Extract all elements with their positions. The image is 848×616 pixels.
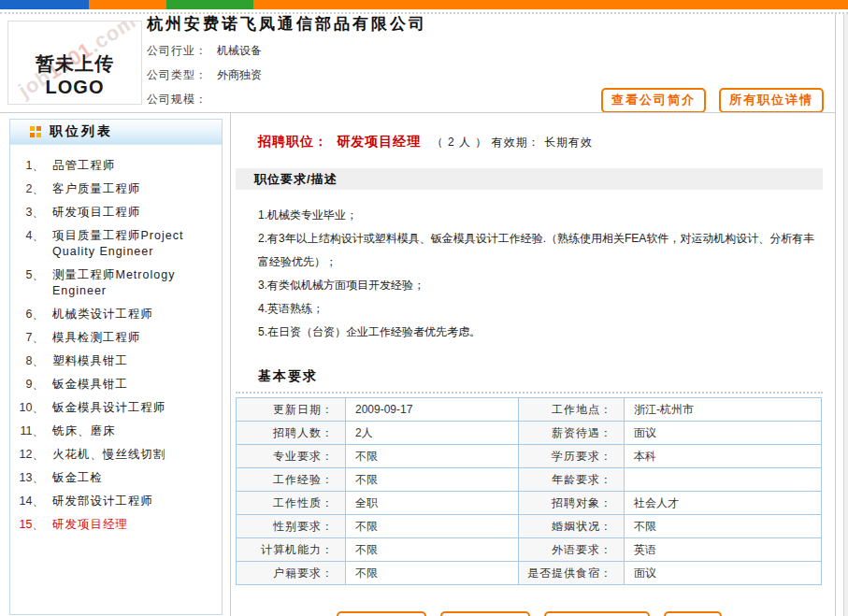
table-row: 专业要求： 不限 学历要求： 本科 xyxy=(237,445,822,468)
job-list: 1、品管工程师 2、客户质量工程师 3、研发项目工程师 4、项目质量工程师Pro… xyxy=(10,145,222,533)
table-row: 工作性质： 全职 招聘对象： 社会人才 xyxy=(237,492,822,515)
job-list-item[interactable]: 5、测量工程师Metrology Engineer xyxy=(18,267,216,299)
table-row: 工作经验： 不限 年龄要求： xyxy=(237,468,822,492)
job-list-item[interactable]: 1、品管工程师 xyxy=(18,158,216,174)
bar-segment-orange2 xyxy=(253,0,848,9)
job-list-item[interactable]: 10、钣金模具设计工程师 xyxy=(18,400,216,416)
job-list-item[interactable]: 7、模具检测工程师 xyxy=(18,330,216,346)
company-industry-label: 公司行业： xyxy=(147,44,208,57)
basic-requirements-title: 基本要求 xyxy=(258,368,823,385)
row-value: 面议 xyxy=(625,422,822,445)
row-label: 是否提供食宿： xyxy=(519,562,625,585)
row-value xyxy=(625,468,822,492)
company-type-label: 公司类型： xyxy=(147,68,208,81)
row-value: 不限 xyxy=(346,515,519,538)
row-label: 户籍要求： xyxy=(237,562,346,585)
table-row: 招聘人数： 2人 薪资待遇： 面议 xyxy=(237,422,822,445)
view-company-profile-button[interactable]: 查看公司简介 xyxy=(601,88,706,113)
page: job1001.com 暂未上传LOGO 杭州安费诺飞凤通信部品有限公司 公司行… xyxy=(0,0,848,616)
company-scale-label: 公司规模： xyxy=(147,93,208,106)
row-label: 工作地点： xyxy=(519,398,625,422)
row-value: 2009-09-17 xyxy=(346,398,519,422)
table-row: 户籍要求： 不限 是否提供食宿： 面议 xyxy=(237,562,822,585)
row-value: 不限 xyxy=(346,468,519,492)
row-label: 婚姻状况： xyxy=(519,515,625,538)
row-value: 不限 xyxy=(346,538,519,562)
row-label: 薪资待遇： xyxy=(519,422,625,445)
table-row: 计算机能力： 不限 外语要求： 英语 xyxy=(237,538,822,562)
row-label: 招聘对象： xyxy=(519,492,625,515)
company-logo-box: job1001.com 暂未上传LOGO xyxy=(7,21,142,105)
row-value: 面议 xyxy=(625,562,822,585)
bar-segment-orange xyxy=(89,0,166,9)
company-scale-row: 公司规模： xyxy=(147,92,217,107)
job-list-item[interactable]: 2、客户质量工程师 xyxy=(18,181,216,197)
row-label: 工作经验： xyxy=(237,468,346,492)
job-list-item-selected[interactable]: 15、研发项目经理 xyxy=(18,517,216,533)
bar-segment-green xyxy=(166,0,253,9)
position-name: 研发项目经理 xyxy=(337,134,421,149)
job-list-item[interactable]: 14、研发部设计工程师 xyxy=(18,494,216,509)
content-vertical-divider xyxy=(230,112,231,616)
row-label: 学历要求： xyxy=(519,445,625,468)
description-line: 1.机械类专业毕业； xyxy=(258,204,815,227)
job-list-header: 职位列表 xyxy=(10,120,222,145)
row-value: 全职 xyxy=(346,492,519,515)
bar-segment-blue xyxy=(0,0,89,9)
job-list-item[interactable]: 12、火花机、慢丝线切割 xyxy=(18,447,216,463)
job-list-panel: 职位列表 1、品管工程师 2、客户质量工程师 3、研发项目工程师 4、项目质量工… xyxy=(9,119,223,615)
job-description-section-header: 职位要求/描述 xyxy=(236,168,823,190)
job-list-item[interactable]: 9、钣金模具钳工 xyxy=(18,377,216,393)
recommend-friend-button[interactable]: 推荐给好友 xyxy=(544,611,650,616)
job-list-item[interactable]: 6、机械类设计工程师 xyxy=(18,307,216,322)
row-value: 2人 xyxy=(346,422,519,445)
row-label: 计算机能力： xyxy=(237,538,346,562)
table-row: 更新日期： 2009-09-17 工作地点： 浙江-杭州市 xyxy=(237,398,822,422)
row-label: 专业要求： xyxy=(237,445,346,468)
print-button[interactable]: 打印 xyxy=(664,611,722,616)
job-list-item[interactable]: 3、研发项目工程师 xyxy=(18,205,216,221)
row-label: 年龄要求： xyxy=(519,468,625,492)
window-right-strip xyxy=(843,14,848,616)
job-description-body: 1.机械类专业毕业； 2.有3年以上结构设计或塑料模具、钣金模具设计工作经验.（… xyxy=(258,204,815,344)
row-value: 英语 xyxy=(625,538,822,562)
position-meta: （ 2 人 ） 有效期： 长期有效 xyxy=(432,136,593,149)
grid-squares-icon xyxy=(30,126,41,137)
job-list-item[interactable]: 4、项目质量工程师Project Quality Engineer xyxy=(18,228,216,260)
all-positions-button[interactable]: 所有职位详情 xyxy=(719,88,824,113)
row-label: 工作性质： xyxy=(237,492,346,515)
description-line: 5.在日资（台资）企业工作经验者优先考虑。 xyxy=(258,321,815,344)
header-divider xyxy=(0,112,835,113)
row-label: 性别要求： xyxy=(237,515,346,538)
job-list-item[interactable]: 8、塑料模具钳工 xyxy=(18,353,216,369)
company-type-value: 外商独资 xyxy=(217,68,262,81)
company-industry-row: 公司行业：机械设备 xyxy=(147,43,262,59)
description-line: 4.英语熟练； xyxy=(258,297,815,321)
row-value: 本科 xyxy=(625,445,822,468)
save-job-button[interactable]: 收藏职位 xyxy=(440,611,530,616)
header-buttons: 查看公司简介 所有职位详情 xyxy=(601,88,824,113)
description-line: 3.有类似机械方面项目开发经验； xyxy=(258,274,815,297)
row-value: 不限 xyxy=(346,562,519,585)
position-label: 招聘职位： xyxy=(258,134,328,149)
top-color-bar xyxy=(0,0,848,9)
row-label: 招聘人数： xyxy=(237,422,346,445)
action-buttons: 立刻申请 收藏职位 推荐给好友 打印 xyxy=(236,611,823,616)
job-detail-panel: 招聘职位： 研发项目经理 （ 2 人 ） 有效期： 长期有效 职位要求/描述 1… xyxy=(236,119,823,616)
apply-now-button[interactable]: 立刻申请 xyxy=(337,611,426,616)
job-list-item[interactable]: 11、铣床、磨床 xyxy=(18,423,216,439)
row-label: 更新日期： xyxy=(237,398,346,422)
position-title-line: 招聘职位： 研发项目经理 （ 2 人 ） 有效期： 长期有效 xyxy=(258,134,823,150)
requirements-table: 更新日期： 2009-09-17 工作地点： 浙江-杭州市 招聘人数： 2人 薪… xyxy=(236,397,822,585)
row-value: 社会人才 xyxy=(625,492,822,515)
row-value: 不限 xyxy=(346,445,519,468)
row-value: 不限 xyxy=(625,515,822,538)
job-list-item[interactable]: 13、钣金工检 xyxy=(18,470,216,486)
company-type-row: 公司类型：外商独资 xyxy=(147,67,262,83)
company-name: 杭州安费诺飞凤通信部品有限公司 xyxy=(147,13,427,35)
company-industry-value: 机械设备 xyxy=(217,44,262,57)
page-right-border xyxy=(835,14,836,616)
table-row: 性别要求： 不限 婚姻状况： 不限 xyxy=(237,515,822,538)
job-list-title: 职位列表 xyxy=(50,123,113,140)
row-value: 浙江-杭州市 xyxy=(625,398,822,422)
